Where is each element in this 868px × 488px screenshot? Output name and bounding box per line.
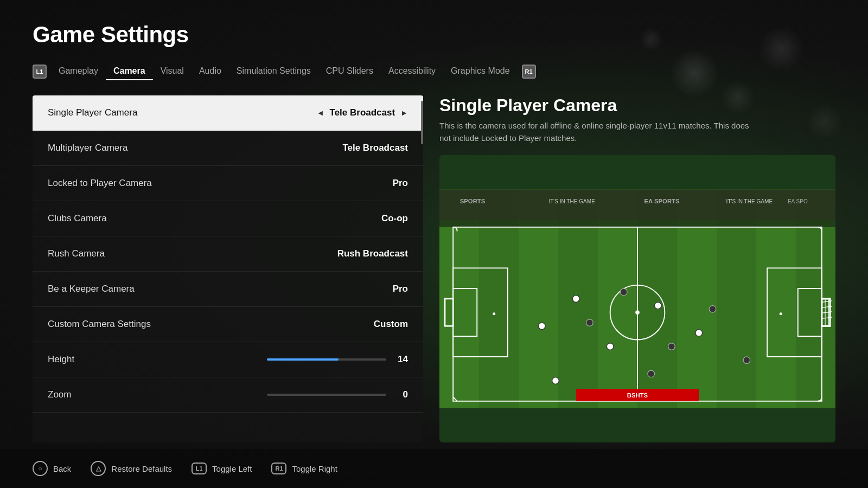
svg-point-43 (586, 319, 593, 326)
row-zoom[interactable]: Zoom 0 (33, 377, 423, 413)
l1-tab-badge: L1 (33, 65, 47, 79)
restore-button[interactable]: △ Restore Defaults (91, 461, 172, 476)
svg-point-41 (695, 330, 703, 337)
row-custom[interactable]: Custom Camera Settings Custom (33, 307, 423, 342)
svg-point-35 (493, 312, 495, 315)
tab-graphics[interactable]: Graphics Mode (443, 63, 518, 80)
toggle-right-label: Toggle Right (292, 464, 337, 473)
restore-label: Restore Defaults (111, 464, 172, 473)
row-rush-label: Rush Camera (48, 248, 105, 259)
row-clubs-label: Clubs Camera (48, 213, 107, 224)
r1-icon: R1 (271, 463, 286, 474)
svg-point-36 (780, 312, 782, 315)
svg-point-45 (668, 343, 675, 350)
camera-preview: SPORTS IT'S IN THE GAME EA SPORTS IT'S I… (439, 155, 835, 442)
svg-point-48 (648, 370, 655, 377)
height-label: Height (48, 354, 74, 365)
zoom-slider-value: 0 (395, 389, 408, 400)
row-single-player[interactable]: Single Player Camera ◄ Tele Broadcast ► (33, 95, 423, 131)
row-custom-label: Custom Camera Settings (48, 319, 151, 330)
row-keeper[interactable]: Be a Keeper Camera Pro (33, 272, 423, 307)
r1-tab-badge: R1 (522, 65, 536, 79)
scroll-indicator (420, 95, 423, 442)
row-locked-value: Pro (393, 178, 408, 189)
svg-rect-13 (439, 190, 835, 221)
scroll-thumb (421, 101, 423, 144)
row-single-player-label: Single Player Camera (48, 107, 137, 118)
settings-panel: Single Player Camera ◄ Tele Broadcast ► … (33, 95, 423, 442)
page-title: Game Settings (33, 22, 835, 48)
svg-point-40 (654, 302, 661, 309)
svg-point-38 (572, 296, 579, 303)
row-clubs[interactable]: Clubs Camera Co-op (33, 201, 423, 236)
detail-title: Single Player Camera (439, 95, 835, 115)
svg-text:EA SPO: EA SPO (788, 198, 808, 204)
detail-header: Single Player Camera This is the camera … (439, 95, 835, 144)
row-locked-player[interactable]: Locked to Player Camera Pro (33, 166, 423, 201)
svg-point-47 (743, 357, 750, 364)
main-layout: Single Player Camera ◄ Tele Broadcast ► … (33, 95, 835, 442)
triangle-icon: △ (91, 461, 106, 476)
height-slider-container: 14 (267, 354, 408, 365)
svg-text:IT'S IN THE GAME: IT'S IN THE GAME (726, 198, 773, 204)
circle-icon: ○ (33, 461, 48, 476)
back-label: Back (53, 464, 71, 473)
left-arrow-icon: ◄ (317, 108, 324, 117)
settings-scroll[interactable]: Single Player Camera ◄ Tele Broadcast ► … (33, 95, 423, 442)
bottom-bar: ○ Back △ Restore Defaults L1 Toggle Left… (0, 449, 868, 488)
field-svg: SPORTS IT'S IN THE GAME EA SPORTS IT'S I… (439, 155, 835, 442)
detail-description: This is the camera used for all offline … (439, 120, 754, 144)
toggle-left-label: Toggle Left (212, 464, 252, 473)
svg-text:EA SPORTS: EA SPORTS (644, 198, 680, 204)
row-locked-label: Locked to Player Camera (48, 178, 152, 189)
tab-cpu-sliders[interactable]: CPU Sliders (318, 63, 381, 80)
row-keeper-value: Pro (393, 284, 408, 294)
back-button[interactable]: ○ Back (33, 461, 71, 476)
tab-audio[interactable]: Audio (192, 63, 229, 80)
row-height[interactable]: Height 14 (33, 342, 423, 377)
svg-point-44 (621, 288, 628, 296)
tab-gameplay[interactable]: Gameplay (51, 63, 106, 80)
row-keeper-label: Be a Keeper Camera (48, 284, 135, 294)
svg-point-39 (607, 343, 614, 350)
svg-text:BSHTS: BSHTS (627, 393, 648, 399)
svg-text:IT'S IN THE GAME: IT'S IN THE GAME (548, 198, 595, 204)
row-rush[interactable]: Rush Camera Rush Broadcast (33, 236, 423, 272)
tab-simulation[interactable]: Simulation Settings (229, 63, 318, 80)
svg-point-37 (539, 323, 546, 330)
tab-nav: L1 Gameplay Camera Visual Audio Simulati… (33, 63, 835, 80)
svg-text:SPORTS: SPORTS (460, 198, 486, 204)
zoom-label: Zoom (48, 389, 71, 400)
row-custom-value: Custom (374, 319, 408, 330)
toggle-left-button[interactable]: L1 Toggle Left (192, 463, 252, 474)
right-arrow-icon: ► (400, 108, 408, 117)
row-multiplayer-label: Multiplayer Camera (48, 143, 127, 153)
tab-visual[interactable]: Visual (153, 63, 192, 80)
zoom-slider-container: 0 (267, 389, 408, 400)
height-slider-track[interactable] (267, 358, 386, 361)
row-multiplayer-value: Tele Broadcast (342, 143, 408, 153)
height-slider-fill (267, 358, 339, 361)
svg-point-22 (635, 310, 640, 314)
row-single-player-value: ◄ Tele Broadcast ► (317, 107, 408, 118)
row-multiplayer[interactable]: Multiplayer Camera Tele Broadcast (33, 131, 423, 166)
svg-point-46 (709, 306, 716, 313)
l1-icon: L1 (192, 463, 207, 474)
tab-accessibility[interactable]: Accessibility (381, 63, 443, 80)
svg-point-42 (552, 377, 559, 384)
toggle-right-button[interactable]: R1 Toggle Right (271, 463, 337, 474)
height-slider-value: 14 (395, 354, 408, 365)
zoom-slider-track[interactable] (267, 394, 386, 396)
row-rush-value: Rush Broadcast (337, 248, 408, 259)
detail-panel: Single Player Camera This is the camera … (439, 95, 835, 442)
tab-camera[interactable]: Camera (106, 63, 153, 80)
row-clubs-value: Co-op (381, 213, 408, 224)
